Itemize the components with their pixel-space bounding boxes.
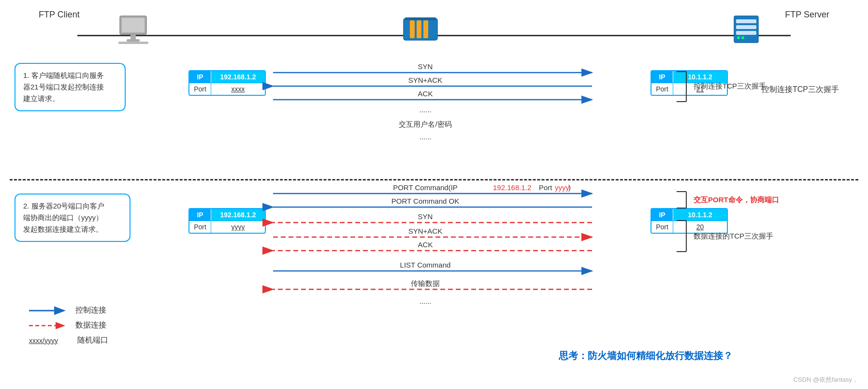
svg-text:PORT Command(IP: PORT Command(IP — [393, 183, 458, 192]
ip-value-s2-client: 192.168.1.2 — [211, 209, 265, 221]
client-ip-box-s1: IP 192.168.1.2 Port xxxx — [188, 70, 266, 96]
ip-label-s2-client: IP — [189, 209, 211, 221]
svg-text:yyyy: yyyy — [555, 183, 570, 192]
legend-control-label: 控制连接 — [75, 305, 106, 315]
server-ip-box-s2: IP 10.1.1.2 Port 20 — [651, 208, 728, 234]
svg-text:SYN+ACK: SYN+ACK — [408, 76, 442, 84]
svg-rect-6 — [410, 20, 415, 38]
port-label-s2-server: Port — [651, 221, 673, 233]
ftp-server-label: FTP Server — [785, 10, 829, 20]
svg-text:......: ...... — [419, 297, 431, 305]
svg-rect-3 — [127, 39, 140, 42]
svg-rect-2 — [130, 34, 136, 39]
svg-rect-12 — [736, 25, 756, 29]
legend-box: 控制连接 数据连接 xxxx/yyyy 随机端口 — [29, 305, 108, 350]
port-label-s2-client: Port — [189, 221, 211, 233]
client-ip-box-s2: IP 192.168.1.2 Port yyyy — [188, 208, 266, 234]
server-ip-box-s1: IP 10.1.1.2 Port 21 — [651, 70, 728, 96]
svg-text:LIST Command: LIST Command — [400, 261, 451, 269]
svg-text:SYN+ACK: SYN+ACK — [408, 227, 442, 235]
port-label-s1-server: Port — [651, 83, 673, 95]
step1-text: 1. 客户端随机端口向服务 器21号端口发起控制连接 建立请求。 — [23, 71, 104, 103]
legend-data-label: 数据连接 — [75, 320, 106, 330]
svg-point-14 — [737, 36, 740, 39]
legend-data-arrow — [29, 321, 68, 330]
svg-text:Port: Port — [539, 183, 552, 192]
ip-value-s1-server: 10.1.1.2 — [673, 71, 727, 83]
bracket-s1-label: 控制连接TCP三次握手 — [762, 85, 839, 95]
svg-text:PORT Command OK: PORT Command OK — [391, 197, 459, 205]
svg-rect-13 — [736, 31, 756, 35]
svg-text:交互用户名/密码: 交互用户名/密码 — [399, 120, 451, 128]
svg-rect-4 — [118, 42, 148, 44]
think-text: 思考：防火墙如何精细化放行数据连接？ — [559, 349, 733, 362]
section-divider — [10, 179, 858, 180]
legend-control: 控制连接 — [29, 305, 108, 315]
port-label-s1-client: Port — [189, 83, 211, 95]
arrows-svg: SYN SYN+ACK ACK ...... 交互用户名/密码 ...... P… — [0, 0, 868, 389]
legend-port-label: 随机端口 — [77, 335, 108, 345]
port-value-s1-client: xxxx — [211, 83, 265, 95]
svg-text:交互PORT命令，协商端口: 交互PORT命令，协商端口 — [694, 195, 779, 204]
step2-text: 2. 服务器20号端口向客户 端协商出的端口（yyyy） 发起数据连接建立请求。 — [23, 202, 104, 233]
legend-data: 数据连接 — [29, 320, 108, 330]
ip-label-s1-client: IP — [189, 71, 211, 83]
svg-rect-11 — [736, 19, 756, 23]
svg-text:传输数据: 传输数据 — [411, 279, 440, 287]
svg-text:192.168.1.2: 192.168.1.2 — [493, 183, 531, 192]
step2-box: 2. 服务器20号端口向客户 端协商出的端口（yyyy） 发起数据连接建立请求。 — [14, 194, 130, 242]
svg-text:ACK: ACK — [418, 90, 433, 98]
client-computer-icon — [116, 14, 155, 47]
ftp-client-label: FTP Client — [39, 10, 80, 20]
legend-port: xxxx/yyyy 随机端口 — [29, 335, 108, 345]
svg-rect-9 — [405, 17, 436, 20]
svg-text:......: ...... — [419, 133, 431, 141]
svg-rect-7 — [417, 20, 421, 38]
ip-label-s2-server: IP — [651, 209, 673, 221]
ip-value-s1-client: 192.168.1.2 — [211, 71, 265, 83]
port-value-s1-server: 21 — [673, 83, 727, 95]
svg-text:SYN: SYN — [418, 212, 433, 221]
svg-rect-8 — [423, 20, 428, 38]
step1-box: 1. 客户端随机端口向服务 器21号端口发起控制连接 建立请求。 — [14, 63, 126, 111]
server-icon — [730, 14, 762, 47]
port-value-s2-client: yyyy — [211, 221, 265, 233]
ip-value-s2-server: 10.1.1.2 — [673, 209, 727, 221]
svg-text:ACK: ACK — [418, 240, 433, 249]
svg-text:SYN: SYN — [418, 62, 433, 71]
svg-point-15 — [741, 36, 744, 39]
port-value-s2-server: 20 — [673, 221, 727, 233]
svg-text:): ) — [568, 183, 571, 192]
router-switch-icon — [401, 14, 440, 47]
legend-control-arrow — [29, 306, 68, 315]
legend-port-symbol: xxxx/yyyy — [29, 336, 68, 345]
watermark: CSDN @依然fantasy， — [793, 375, 858, 384]
diagram-container: FTP Client FTP Server — [0, 0, 868, 389]
svg-rect-1 — [122, 18, 145, 32]
svg-text:......: ...... — [419, 105, 431, 114]
ip-label-s1-server: IP — [651, 71, 673, 83]
